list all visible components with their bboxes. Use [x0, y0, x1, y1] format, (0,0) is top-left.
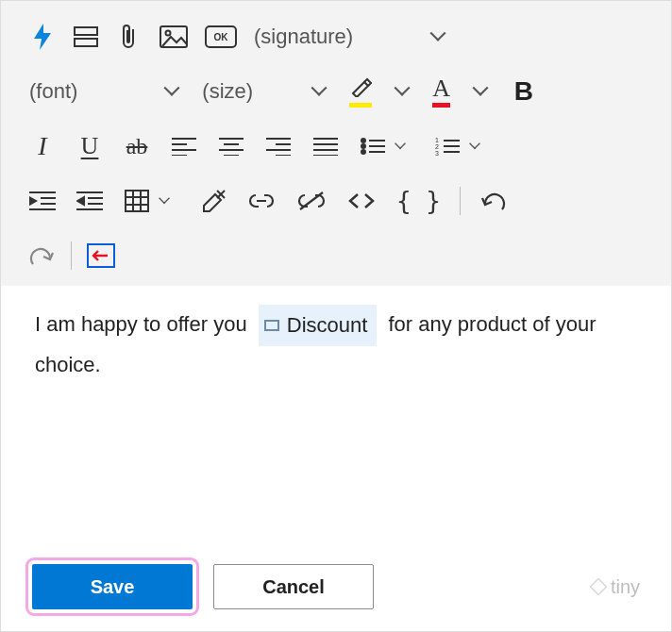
signature-dropdown-label[interactable]: (signature)	[254, 25, 353, 49]
svg-point-23	[361, 144, 365, 148]
svg-text:1: 1	[435, 137, 439, 143]
size-dropdown-arrow[interactable]	[306, 76, 332, 107]
svg-rect-51	[590, 579, 606, 595]
cancel-button[interactable]: Cancel	[213, 564, 374, 609]
table-button[interactable]	[124, 186, 150, 216]
svg-rect-1	[75, 39, 97, 46]
separator	[71, 241, 72, 270]
tiny-logo: tiny	[590, 576, 640, 598]
highlight-button[interactable]	[349, 76, 372, 108]
quick-action-icon[interactable]	[29, 22, 56, 52]
template-icon[interactable]	[73, 22, 99, 52]
image-icon[interactable]	[160, 22, 188, 52]
clear-formatting-button[interactable]	[198, 186, 227, 216]
font-dropdown-label[interactable]: (font)	[29, 79, 77, 104]
highlight-dropdown-arrow[interactable]	[389, 76, 415, 107]
svg-point-22	[361, 139, 365, 142]
svg-rect-0	[75, 27, 97, 35]
source-code-button[interactable]	[347, 186, 376, 216]
attachment-icon[interactable]	[116, 22, 143, 52]
italic-button[interactable]: I	[29, 131, 56, 161]
toolbar-row-3: I U ab 123	[29, 124, 643, 169]
bullet-list-button[interactable]	[360, 131, 386, 161]
redo-button[interactable]	[29, 241, 56, 271]
svg-point-24	[361, 150, 365, 154]
font-color-dropdown-arrow[interactable]	[467, 76, 494, 107]
toolbar-row-5	[29, 233, 643, 278]
undo-button[interactable]	[479, 186, 506, 216]
align-left-button[interactable]	[171, 131, 197, 161]
align-center-button[interactable]	[218, 131, 244, 161]
size-dropdown-label[interactable]: (size)	[202, 79, 253, 104]
tiny-logo-text: tiny	[611, 576, 640, 598]
svg-text:2: 2	[435, 143, 439, 150]
font-color-button[interactable]: A	[432, 76, 450, 108]
separator	[460, 187, 461, 215]
ok-badge-icon[interactable]: OK	[205, 22, 237, 52]
bold-button[interactable]: B	[511, 76, 537, 107]
footer-bar: Save Cancel tiny	[32, 564, 640, 609]
insert-placeholder-button[interactable]	[87, 241, 115, 271]
toolbar-row-1: OK (signature)	[29, 14, 643, 59]
editor-toolbar: OK (signature) (font) (size) A B I U ab	[1, 1, 671, 286]
svg-point-3	[166, 31, 171, 36]
strikethrough-button[interactable]: ab	[124, 131, 150, 161]
svg-text:3: 3	[435, 150, 439, 156]
code-block-button[interactable]: { }	[396, 186, 441, 216]
align-right-button[interactable]	[265, 131, 292, 161]
toolbar-row-4: { }	[29, 178, 643, 224]
link-button[interactable]	[247, 186, 276, 216]
numbered-list-dropdown-arrow[interactable]	[462, 131, 488, 161]
placeholder-chip-discount[interactable]: Discount	[259, 305, 378, 346]
align-justify-button[interactable]	[312, 131, 339, 161]
toolbar-row-2: (font) (size) A B	[29, 69, 643, 114]
indent-button[interactable]	[29, 186, 56, 216]
save-button[interactable]: Save	[32, 564, 193, 609]
editor-content[interactable]: I am happy to offer you Discount for any…	[1, 286, 671, 392]
outdent-button[interactable]	[76, 186, 103, 216]
content-text-before: I am happy to offer you	[35, 312, 247, 336]
signature-dropdown-arrow[interactable]	[425, 22, 451, 52]
svg-rect-42	[126, 191, 148, 211]
numbered-list-button[interactable]: 123	[434, 131, 461, 161]
underline-button[interactable]: U	[76, 131, 103, 161]
font-dropdown-arrow[interactable]	[159, 76, 185, 107]
svg-text:OK: OK	[214, 32, 229, 42]
placeholder-chip-label: Discount	[287, 307, 368, 344]
table-dropdown-arrow[interactable]	[151, 186, 177, 216]
placeholder-box-icon	[264, 320, 279, 331]
bullet-list-dropdown-arrow[interactable]	[387, 131, 413, 161]
unlink-button[interactable]	[296, 186, 327, 216]
